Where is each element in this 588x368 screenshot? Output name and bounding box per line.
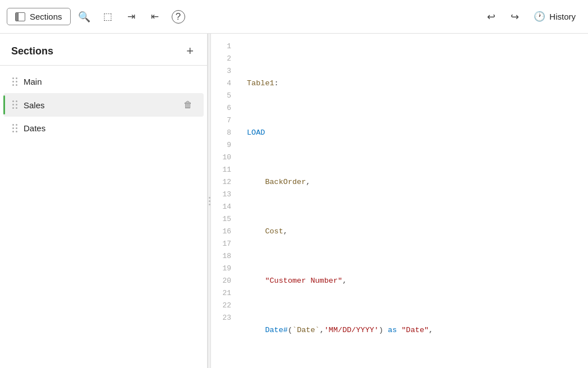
sidebar-item-sales[interactable]: Sales 🗑 — [3, 93, 204, 117]
outdent-icon: ⇤ — [151, 11, 159, 22]
comments-button[interactable]: ⬚ — [98, 7, 118, 27]
line-num-13: 13 — [211, 188, 238, 201]
line-num-10: 10 — [211, 151, 238, 164]
line-num-1: 1 — [211, 40, 238, 53]
line-num-6: 6 — [211, 102, 238, 114]
sidebar-title: Sections — [11, 45, 53, 57]
active-indicator — [3, 95, 5, 114]
outdent-button[interactable]: ⇤ — [145, 7, 165, 27]
line-num-21: 21 — [211, 287, 238, 300]
help-button[interactable]: ? — [168, 7, 189, 27]
resize-handle-dots — [209, 197, 210, 205]
line-num-19: 19 — [211, 263, 238, 275]
indent-icon: ⇥ — [127, 11, 135, 22]
line-num-11: 11 — [211, 164, 238, 176]
code-lines[interactable]: Table1: LOAD BackOrder, Cost, "Customer … — [238, 34, 588, 368]
line-num-20: 20 — [211, 275, 238, 287]
sections-panel-icon — [15, 12, 25, 21]
line-num-12: 12 — [211, 176, 238, 188]
drag-handle-main — [12, 77, 18, 86]
section-list: Main Sales 🗑 Dates — [0, 66, 207, 368]
code-line-4: Cost, — [247, 226, 588, 238]
line-num-3: 3 — [211, 65, 238, 77]
section-name-sales: Sales — [24, 100, 176, 110]
sidebar-item-dates[interactable]: Dates — [3, 118, 204, 139]
line-num-7: 7 — [211, 114, 238, 127]
sections-button-label: Sections — [30, 12, 62, 21]
sidebar-header: Sections + — [0, 34, 207, 66]
sidebar-item-main[interactable]: Main — [3, 71, 204, 92]
code-line-1: Table1: — [247, 77, 588, 90]
code-line-2: LOAD — [247, 127, 588, 139]
line-num-5: 5 — [211, 90, 238, 102]
history-button[interactable]: 🕐 History — [528, 7, 581, 26]
section-name-dates: Dates — [24, 123, 195, 133]
history-label: History — [549, 12, 576, 21]
line-num-16: 16 — [211, 226, 238, 238]
redo-icon: ↪ — [511, 11, 519, 23]
toolbar-right: ↩ ↪ 🕐 History — [481, 7, 581, 27]
code-line-6: Date#(`Date`,'MM/DD/YYYY') as "Date", — [247, 324, 588, 337]
section-name-main: Main — [24, 77, 195, 86]
add-section-button[interactable]: + — [184, 44, 196, 58]
line-numbers: 1 2 3 4 5 6 7 8 9 10 11 12 13 14 15 16 1… — [211, 34, 238, 368]
redo-button[interactable]: ↪ — [504, 7, 525, 27]
drag-handle-dates — [12, 124, 18, 133]
search-button[interactable]: 🔍 — [74, 7, 94, 27]
line-num-17: 17 — [211, 238, 238, 250]
history-icon: 🕐 — [534, 11, 545, 22]
line-num-8: 8 — [211, 127, 238, 139]
delete-section-icon[interactable]: 🗑 — [181, 99, 195, 111]
line-num-14: 14 — [211, 201, 238, 213]
line-num-18: 18 — [211, 250, 238, 263]
toolbar: Sections 🔍 ⬚ ⇥ ⇤ ? ↩ ↪ 🕐 History — [0, 0, 588, 34]
main-content: Sections + Main Sal — [0, 34, 588, 368]
sections-button[interactable]: Sections — [7, 8, 71, 25]
line-num-15: 15 — [211, 213, 238, 226]
search-icon: 🔍 — [78, 11, 90, 23]
code-line-5: "Customer Number", — [247, 275, 588, 287]
undo-icon: ↩ — [487, 11, 495, 23]
drag-handle-sales — [12, 100, 18, 109]
line-num-4: 4 — [211, 77, 238, 90]
undo-button[interactable]: ↩ — [481, 7, 501, 27]
code-editor[interactable]: 1 2 3 4 5 6 7 8 9 10 11 12 13 14 15 16 1… — [211, 34, 588, 368]
code-line-3: BackOrder, — [247, 176, 588, 188]
line-num-9: 9 — [211, 139, 238, 151]
indent-button[interactable]: ⇥ — [121, 7, 141, 27]
line-num-2: 2 — [211, 53, 238, 65]
line-num-22: 22 — [211, 300, 238, 312]
help-icon: ? — [172, 10, 185, 24]
comments-icon: ⬚ — [103, 11, 112, 22]
line-num-23: 23 — [211, 312, 238, 324]
sidebar: Sections + Main Sal — [0, 34, 208, 368]
